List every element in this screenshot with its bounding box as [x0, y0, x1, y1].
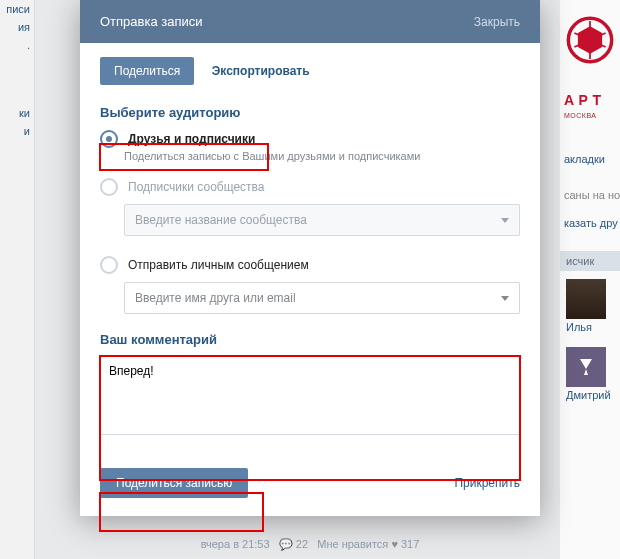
- attach-link[interactable]: Прикрепить: [454, 476, 520, 490]
- modal-header: Отправка записи Закрыть: [80, 0, 540, 43]
- tab-export[interactable]: Экспортировать: [198, 57, 324, 85]
- modal-tabs: Поделиться Экспортировать: [80, 43, 540, 91]
- community-dropdown[interactable]: Введите название сообщества: [124, 204, 520, 236]
- tab-share[interactable]: Поделиться: [100, 57, 194, 85]
- radio-label: Друзья и подписчики: [128, 132, 255, 146]
- radio-icon: [100, 130, 118, 148]
- close-button[interactable]: Закрыть: [474, 15, 520, 29]
- dropdown-placeholder: Введите имя друга или email: [135, 291, 296, 305]
- radio-icon: [100, 178, 118, 196]
- share-modal: Отправка записи Закрыть Поделиться Экспо…: [80, 0, 540, 516]
- submit-button[interactable]: Поделиться записью: [100, 468, 248, 498]
- recipient-dropdown[interactable]: Введите имя друга или email: [124, 282, 520, 314]
- radio-private[interactable]: Отправить личным сообщением: [100, 254, 520, 276]
- chevron-down-icon: [501, 218, 509, 223]
- hint-friends: Поделиться записью с Вашими друзьями и п…: [124, 150, 520, 162]
- radio-label: Подписчики сообщества: [128, 180, 265, 194]
- dropdown-placeholder: Введите название сообщества: [135, 213, 307, 227]
- radio-friends[interactable]: Друзья и подписчики: [100, 128, 520, 150]
- radio-community[interactable]: Подписчики сообщества: [100, 176, 520, 198]
- comment-heading: Ваш комментарий: [100, 332, 520, 347]
- modal-overlay: Отправка записи Закрыть Поделиться Экспо…: [0, 0, 620, 559]
- audience-heading: Выберите аудиторию: [100, 105, 520, 120]
- comment-textarea[interactable]: [100, 355, 520, 435]
- radio-label: Отправить личным сообщением: [128, 258, 309, 272]
- radio-icon: [100, 256, 118, 274]
- modal-title: Отправка записи: [100, 14, 203, 29]
- chevron-down-icon: [501, 296, 509, 301]
